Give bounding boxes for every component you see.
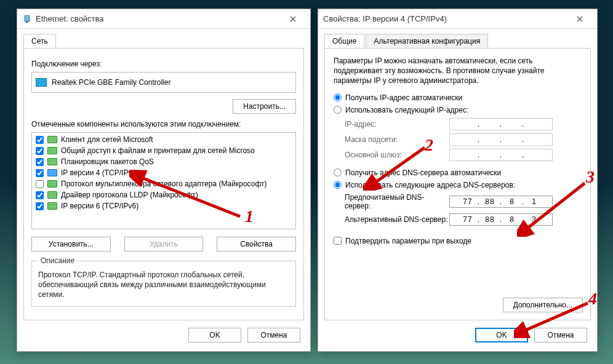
tab-panel-network: Подключение через: Realtek PCIe GBE Fami…: [23, 49, 304, 320]
advanced-button[interactable]: Дополнительно...: [503, 298, 583, 312]
radio-ip-manual-input[interactable]: [334, 106, 342, 114]
adapter-icon: [36, 78, 47, 87]
svg-rect-0: [25, 15, 30, 22]
component-checkbox[interactable]: [36, 147, 44, 155]
component-item[interactable]: Клиент для сетей Microsoft: [33, 134, 294, 145]
ok-button[interactable]: OK: [188, 328, 241, 342]
tab-alt-config[interactable]: Альтернативная конфигурация: [366, 34, 488, 48]
dns2-input[interactable]: 77. 88. 8. 3: [449, 213, 553, 226]
component-item[interactable]: IP версии 4 (TCP/IPv4): [33, 167, 294, 178]
radio-ip-auto[interactable]: Получить IP-адрес автоматически: [332, 93, 583, 102]
close-icon: [577, 16, 583, 22]
radio-dns-manual-label: Использовать следующие адреса DNS-сервер…: [345, 181, 515, 189]
ethernet-icon: [22, 14, 32, 24]
description-text: Протокол TCP/IP. Стандартный протокол гл…: [38, 270, 289, 300]
validate-row[interactable]: Подтвердить параметры при выходе: [334, 237, 583, 245]
network-protocol-icon: [47, 169, 57, 176]
component-properties-button[interactable]: Свойства: [217, 237, 296, 251]
tab-general[interactable]: Общие: [324, 34, 364, 48]
info-text: Параметры IP можно назначать автоматичес…: [334, 56, 582, 86]
window-title: Ethernet: свойства: [36, 14, 281, 23]
component-label: Драйвер протокола LLDP (Майкрософт): [61, 191, 198, 199]
component-item[interactable]: Планировщик пакетов QoS: [33, 156, 294, 167]
titlebar[interactable]: Ethernet: свойства: [17, 9, 310, 29]
component-label: Планировщик пакетов QoS: [61, 157, 154, 166]
ok-button[interactable]: OK: [475, 328, 528, 342]
network-protocol-icon: [47, 180, 57, 188]
titlebar[interactable]: Свойства: IP версии 4 (TCP/IPv4): [318, 9, 597, 29]
component-label: Общий доступ к файлам и принтерам для се…: [61, 146, 255, 155]
description-legend: Описание: [38, 256, 77, 265]
component-label: IP версии 6 (TCP/IPv6): [61, 202, 138, 210]
ip-address-input: ...: [449, 118, 553, 130]
ipv4-properties-window: Свойства: IP версии 4 (TCP/IPv4) Общие А…: [318, 9, 598, 352]
svg-rect-1: [26, 22, 28, 23]
network-protocol-icon: [47, 147, 57, 154]
component-item[interactable]: IP версии 6 (TCP/IPv6): [33, 200, 294, 212]
radio-dns-auto-label: Получить адрес DNS-сервера автоматически: [345, 168, 501, 177]
subnet-mask-label: Маска подсети:: [345, 135, 449, 144]
tab-panel-general: Параметры IP можно назначать автоматичес…: [324, 49, 591, 320]
cancel-button[interactable]: Отмена: [247, 328, 300, 342]
connect-via-label: Подключение через:: [31, 60, 296, 68]
validate-checkbox[interactable]: [334, 237, 342, 245]
gateway-input: ...: [449, 149, 553, 161]
radio-ip-manual-label: Использовать следующий IP-адрес:: [345, 106, 468, 114]
radio-ip-auto-label: Получить IP-адрес автоматически: [345, 93, 462, 102]
tab-strip: Сеть: [23, 34, 304, 49]
radio-dns-auto-input[interactable]: [334, 168, 342, 176]
component-checkbox[interactable]: [36, 191, 44, 199]
window-title: Свойства: IP версии 4 (TCP/IPv4): [323, 14, 567, 23]
adapter-selector[interactable]: Realtek PCIe GBE Family Controller: [31, 72, 296, 93]
remove-button: Удалить: [124, 237, 204, 251]
subnet-mask-input: ...: [449, 133, 553, 146]
components-list[interactable]: Клиент для сетей MicrosoftОбщий доступ к…: [31, 132, 296, 229]
radio-dns-auto[interactable]: Получить адрес DNS-сервера автоматически: [332, 168, 583, 177]
component-item[interactable]: Протокол мультиплексора сетевого адаптер…: [33, 178, 294, 189]
configure-button[interactable]: Настроить...: [233, 99, 296, 114]
cancel-button[interactable]: Отмена: [534, 328, 587, 342]
component-checkbox[interactable]: [36, 180, 44, 188]
validate-label: Подтвердить параметры при выходе: [345, 237, 471, 245]
ip-address-label: IP-адрес:: [345, 120, 449, 129]
radio-ip-manual[interactable]: Использовать следующий IP-адрес:: [332, 106, 583, 114]
network-protocol-icon: [47, 136, 57, 143]
dns1-input[interactable]: 77. 88. 8. 1: [449, 196, 553, 208]
component-checkbox[interactable]: [36, 136, 44, 144]
network-protocol-icon: [47, 202, 57, 210]
component-checkbox[interactable]: [36, 202, 44, 210]
radio-dns-manual[interactable]: Использовать следующие адреса DNS-сервер…: [332, 181, 583, 189]
gateway-label: Основной шлюз:: [345, 151, 449, 159]
tab-network[interactable]: Сеть: [23, 34, 56, 48]
dns2-label: Альтернативный DNS-сервер:: [345, 215, 449, 224]
component-item[interactable]: Драйвер протокола LLDP (Майкрософт): [33, 189, 294, 200]
close-button[interactable]: [567, 11, 592, 27]
dns1-label: Предпочитаемый DNS-сервер:: [345, 193, 449, 210]
tab-strip: Общие Альтернативная конфигурация: [324, 34, 591, 49]
radio-ip-auto-input[interactable]: [334, 93, 342, 101]
close-icon: [290, 16, 296, 22]
components-label: Отмеченные компоненты используются этим …: [31, 120, 296, 129]
component-item[interactable]: Общий доступ к файлам и принтерам для се…: [33, 145, 294, 156]
ethernet-properties-window: Ethernet: свойства Сеть Подключение чере…: [17, 9, 311, 352]
install-button[interactable]: Установить...: [31, 237, 111, 251]
component-checkbox[interactable]: [36, 169, 44, 177]
network-protocol-icon: [47, 158, 57, 165]
radio-dns-manual-input[interactable]: [334, 181, 342, 189]
component-label: IP версии 4 (TCP/IPv4): [61, 168, 138, 177]
component-checkbox[interactable]: [36, 158, 44, 166]
component-label: Протокол мультиплексора сетевого адаптер…: [61, 180, 266, 188]
component-label: Клиент для сетей Microsoft: [61, 135, 153, 144]
description-group: Описание Протокол TCP/IP. Стандартный пр…: [31, 256, 296, 307]
network-protocol-icon: [47, 191, 57, 199]
close-button[interactable]: [281, 11, 305, 27]
adapter-name: Realtek PCIe GBE Family Controller: [52, 78, 170, 87]
